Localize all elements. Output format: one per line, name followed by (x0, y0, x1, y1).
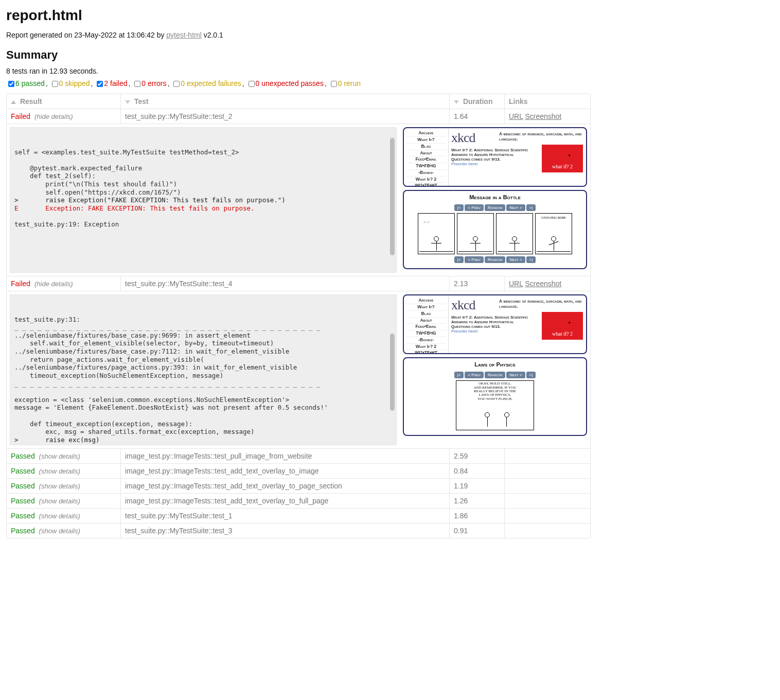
xkcd-side-item[interactable]: About (406, 150, 446, 157)
xkcd-preorder-link[interactable]: Preorder here! (451, 162, 478, 166)
link-screenshot[interactable]: Screenshot (525, 279, 561, 288)
whatif-promo[interactable]: what if? 2 (542, 312, 583, 340)
xkcd-blurb: What If? 2: Additional Serious Scientifi… (451, 148, 534, 166)
links-cell (505, 449, 591, 464)
comic-nav-btn[interactable]: >| (526, 204, 536, 211)
filter-checkbox[interactable] (249, 81, 255, 87)
xkcd-comic: Laws of Physics |<< PrevRandomNext >>| O… (403, 357, 587, 436)
filter-checkbox[interactable] (8, 81, 14, 87)
details-toggle[interactable]: (show details) (39, 512, 80, 520)
status-label: Passed (11, 467, 35, 475)
xkcd-side-item[interactable]: -Books- (406, 337, 446, 344)
xkcd-side-item[interactable]: What If? (406, 304, 446, 311)
screenshot-thumbnail[interactable]: ArchiveWhat If?BlagAboutFeed•EmailTW•FB•… (403, 294, 587, 445)
comic-nav-btn[interactable]: < Prev (465, 372, 484, 378)
details-toggle[interactable]: (show details) (39, 497, 80, 505)
log-line: E Exception: FAKE EXCEPTION: This test f… (14, 204, 392, 213)
link-url[interactable]: URL (509, 112, 523, 120)
filter-label: 6 passed (15, 79, 45, 87)
details-toggle[interactable]: (show details) (39, 527, 80, 535)
comic-nav-btn[interactable]: < Prev (465, 204, 484, 211)
log-output[interactable]: self = <examples.test_suite.MyTestSuite … (10, 127, 397, 273)
comic-nav-btn[interactable]: >| (526, 256, 536, 263)
xkcd-side-item[interactable]: Blag (406, 144, 446, 150)
test-name-cell: image_test.py::ImageTests::test_add_text… (121, 464, 450, 479)
filter-0-expected-failures[interactable]: 0 expected failures (171, 79, 241, 89)
filter-checkbox[interactable] (331, 81, 337, 87)
status-label: Passed (11, 452, 35, 460)
comic-nav-btn[interactable]: Next > (506, 204, 525, 211)
xkcd-sidebar: ArchiveWhat If?BlagAboutFeed•EmailTW•FB•… (404, 128, 449, 186)
xkcd-side-item[interactable]: -Books- (406, 170, 446, 177)
filter-checkbox[interactable] (134, 81, 140, 87)
col-header-test[interactable]: Test (121, 94, 450, 109)
log-line: > raise Exception("FAKE EXCEPTION: This … (14, 196, 392, 204)
screenshot-thumbnail[interactable]: ArchiveWhat If?BlagAboutFeed•EmailTW•FB•… (403, 127, 587, 273)
col-header-result[interactable]: Result (7, 94, 121, 109)
comic-nav-btn[interactable]: |< (454, 256, 464, 263)
comic-nav-btn[interactable]: |< (454, 204, 464, 211)
col-header-links[interactable]: Links (505, 94, 591, 109)
filter-checkbox[interactable] (173, 81, 180, 87)
scrollbar-thumb[interactable] (390, 334, 395, 411)
comic-nav-btn[interactable]: Random (485, 372, 505, 378)
links-cell (505, 523, 591, 538)
xkcd-side-item[interactable]: WI?•TE•HT (406, 350, 446, 354)
details-toggle[interactable]: (hide details) (34, 113, 73, 120)
details-toggle[interactable]: (hide details) (34, 280, 73, 288)
xkcd-logo[interactable]: xkcd (451, 130, 475, 145)
filter-0-rerun[interactable]: 0 rerun (329, 79, 361, 89)
result-cell: Passed (show details) (7, 449, 121, 464)
filter-6-passed[interactable]: 6 passed (6, 79, 45, 89)
xkcd-side-item[interactable]: Feed•Email (406, 156, 446, 163)
xkcd-side-item[interactable]: What If? (406, 137, 446, 144)
xkcd-side-item[interactable]: What If? 2 (406, 177, 446, 183)
filter-checkbox[interactable] (97, 81, 103, 87)
comic-nav-btn[interactable]: >| (526, 372, 536, 378)
links-cell: URL Screenshot (505, 109, 591, 124)
filter-0-skipped[interactable]: 0 skipped (50, 79, 90, 89)
result-cell: Passed (show details) (7, 464, 121, 479)
details-toggle[interactable]: (show details) (39, 482, 80, 490)
comic-nav-btn[interactable]: Random (485, 256, 505, 263)
links-cell: URL Screenshot (505, 276, 591, 291)
xkcd-side-item[interactable]: About (406, 318, 446, 324)
details-toggle[interactable]: (show details) (39, 452, 80, 460)
result-row: Passed (show details) image_test.py::Ima… (7, 479, 591, 494)
test-name-cell: test_suite.py::MyTestSuite::test_2 (121, 109, 450, 124)
xkcd-side-item[interactable]: TW•FB•IG (406, 330, 446, 337)
filter-2-failed[interactable]: 2 failed (95, 79, 127, 89)
comic-nav: |<< PrevRandomNext >>| (407, 202, 583, 211)
filter-0-errors[interactable]: 0 errors (132, 79, 166, 89)
xkcd-logo[interactable]: xkcd (451, 297, 475, 312)
filter-checkbox[interactable] (52, 81, 58, 87)
log-line: test_suite.py:19: Exception (14, 213, 392, 229)
xkcd-side-item[interactable]: WI?•TE•HT (406, 183, 446, 187)
link-screenshot[interactable]: Screenshot (525, 112, 561, 120)
result-row: Failed (hide details) test_suite.py::MyT… (7, 276, 591, 291)
result-row: Passed (show details) test_suite.py::MyT… (7, 509, 591, 523)
comic-nav: |<< PrevRandomNext >>| (407, 254, 583, 263)
xkcd-side-item[interactable]: TW•FB•IG (406, 163, 446, 170)
comic-nav-btn[interactable]: |< (454, 372, 464, 378)
comic-nav-btn[interactable]: < Prev (465, 256, 484, 263)
comic-nav-btn[interactable]: Random (485, 204, 505, 211)
xkcd-preorder-link[interactable]: Preorder here! (451, 329, 478, 334)
xkcd-side-item[interactable]: Archive (406, 130, 446, 137)
filter-0-unexpected-passes[interactable]: 0 unexpected passes (246, 79, 324, 89)
xkcd-main: xkcd A webcomic of romance, sarcasm, mat… (449, 295, 586, 353)
link-url[interactable]: URL (509, 279, 523, 288)
xkcd-side-item[interactable]: Feed•Email (406, 324, 446, 330)
comic-nav-btn[interactable]: Next > (506, 256, 525, 263)
comic-panels: UNSUBSCRIBE (407, 213, 583, 254)
log-output[interactable]: test_suite.py:31: _ _ _ _ _ _ _ _ _ _ _ … (10, 294, 397, 445)
whatif-promo[interactable]: what if? 2 (542, 145, 583, 172)
scrollbar-thumb[interactable] (390, 138, 395, 255)
xkcd-side-item[interactable]: Blag (406, 311, 446, 318)
xkcd-side-item[interactable]: Archive (406, 297, 446, 304)
col-header-duration[interactable]: Duration (450, 94, 505, 109)
details-toggle[interactable]: (show details) (39, 467, 80, 475)
xkcd-side-item[interactable]: What If? 2 (406, 344, 446, 351)
generator-link[interactable]: pytest-html (166, 31, 201, 39)
comic-nav-btn[interactable]: Next > (506, 372, 525, 378)
